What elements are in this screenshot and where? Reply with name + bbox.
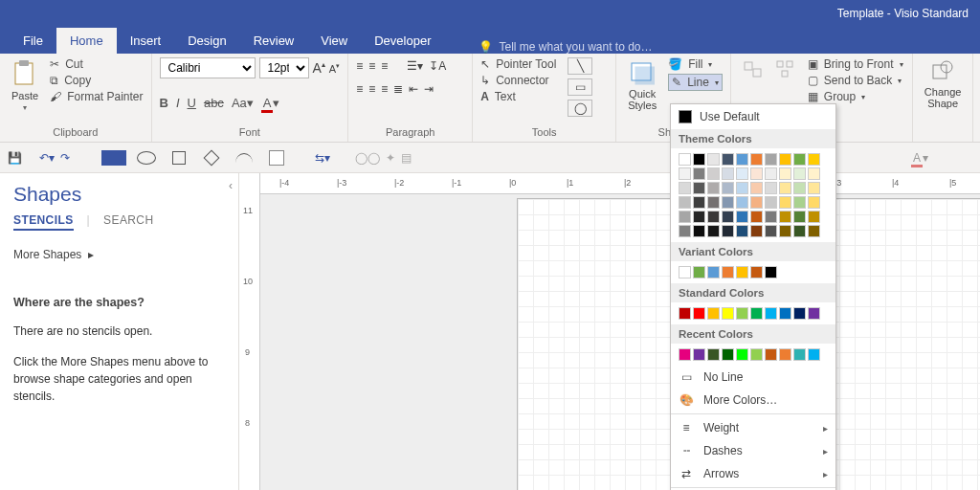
color-swatch[interactable] xyxy=(750,307,763,320)
text-direction-button[interactable]: ↧A xyxy=(429,59,446,73)
color-swatch[interactable] xyxy=(722,167,734,180)
color-swatch[interactable] xyxy=(793,182,806,194)
color-swatch[interactable] xyxy=(765,167,777,180)
redo-button[interactable]: ↷ xyxy=(60,151,70,165)
increase-indent-button[interactable]: ⇥ xyxy=(424,82,434,96)
color-swatch[interactable] xyxy=(779,167,791,180)
color-swatch[interactable] xyxy=(679,225,691,237)
color-swatch[interactable] xyxy=(679,196,691,209)
font-face-select[interactable]: Calibri xyxy=(160,57,256,78)
tab-home[interactable]: Home xyxy=(56,28,117,54)
align-left-button[interactable]: ≡ xyxy=(356,82,363,96)
color-swatch[interactable] xyxy=(779,196,791,209)
color-swatch[interactable] xyxy=(750,196,763,209)
qat-shape-rect-fill[interactable] xyxy=(100,149,127,167)
font-size-select[interactable]: 12pt. xyxy=(259,57,309,78)
undo-button[interactable]: ↶▾ xyxy=(39,151,55,165)
drawing-canvas[interactable]: 11 10 9 8 |-4 |-3 |-2 |-1 |0 |1 |2 |3 |4… xyxy=(239,173,980,490)
color-swatch[interactable] xyxy=(679,211,691,223)
color-swatch[interactable] xyxy=(750,211,763,223)
color-swatch[interactable] xyxy=(779,348,791,361)
send-to-back-button[interactable]: ▢Send to Back▾ xyxy=(808,74,903,87)
format-painter-button[interactable]: 🖌Format Painter xyxy=(50,90,143,103)
ellipse-tool-button[interactable]: ◯ xyxy=(568,100,592,117)
color-swatch[interactable] xyxy=(793,211,806,223)
qat-shape-diamond[interactable] xyxy=(198,149,225,167)
cut-button[interactable]: ✂Cut xyxy=(50,57,143,71)
color-swatch[interactable] xyxy=(707,153,720,166)
color-swatch[interactable] xyxy=(793,196,806,209)
qat-shape-white-sq[interactable] xyxy=(263,149,290,167)
color-swatch[interactable] xyxy=(808,225,820,237)
tab-file[interactable]: File xyxy=(10,28,56,54)
bullets-button[interactable]: ☰▾ xyxy=(407,59,423,73)
color-swatch[interactable] xyxy=(679,266,691,278)
color-swatch[interactable] xyxy=(793,167,806,180)
color-swatch[interactable] xyxy=(793,307,806,320)
tab-review[interactable]: Review xyxy=(240,28,308,54)
color-swatch[interactable] xyxy=(808,348,820,361)
color-swatch[interactable] xyxy=(736,211,748,223)
color-swatch[interactable] xyxy=(750,153,763,166)
text-tool-button[interactable]: AText xyxy=(480,90,556,103)
color-swatch[interactable] xyxy=(793,348,806,361)
color-swatch[interactable] xyxy=(679,307,691,320)
quick-styles-button[interactable]: Quick Styles xyxy=(624,57,660,124)
line-tool-button[interactable]: ╲ xyxy=(568,57,592,75)
fill-button[interactable]: 🪣Fill▾ xyxy=(668,57,723,71)
color-swatch[interactable] xyxy=(707,196,720,209)
align-top-button[interactable]: ≡ xyxy=(356,59,363,73)
use-default-item[interactable]: Use Default xyxy=(671,104,835,129)
paste-button[interactable]: Paste ▾ xyxy=(8,57,42,124)
color-swatch[interactable] xyxy=(693,307,705,320)
color-swatch[interactable] xyxy=(765,266,777,278)
qat-link-shapes[interactable]: ◯◯ xyxy=(355,151,380,165)
color-swatch[interactable] xyxy=(779,225,791,237)
color-swatch[interactable] xyxy=(736,266,748,278)
color-swatch[interactable] xyxy=(693,348,705,361)
color-swatch[interactable] xyxy=(736,182,748,194)
color-swatch[interactable] xyxy=(693,153,705,166)
pointer-tool-button[interactable]: ↖Pointer Tool xyxy=(480,57,556,71)
align-right-button[interactable]: ≡ xyxy=(381,82,388,96)
connector-button[interactable]: ↳Connector xyxy=(480,74,556,87)
color-swatch[interactable] xyxy=(808,307,820,320)
align-bottom-button[interactable]: ≡ xyxy=(381,59,388,73)
qat-shape-square[interactable] xyxy=(166,149,192,167)
tell-me[interactable]: 💡 Tell me what you want to do… xyxy=(444,40,652,54)
qat-effects[interactable]: ✦ xyxy=(386,151,395,165)
change-shape-button[interactable]: Change Shape xyxy=(921,57,966,142)
color-swatch[interactable] xyxy=(736,348,748,361)
qat-font-color[interactable]: A▾ xyxy=(911,151,928,165)
color-swatch[interactable] xyxy=(750,266,763,278)
color-swatch[interactable] xyxy=(679,167,691,180)
color-swatch[interactable] xyxy=(722,225,734,237)
color-swatch[interactable] xyxy=(707,211,720,223)
align-middle-button[interactable]: ≡ xyxy=(368,59,375,73)
stencils-tab[interactable]: STENCILS xyxy=(13,213,74,231)
color-swatch[interactable] xyxy=(765,211,777,223)
color-swatch[interactable] xyxy=(722,182,734,194)
italic-button[interactable]: I xyxy=(176,96,180,110)
tab-insert[interactable]: Insert xyxy=(117,28,175,54)
arrows-item[interactable]: ⇄Arrows▸ xyxy=(671,462,835,485)
color-swatch[interactable] xyxy=(722,307,734,320)
no-line-item[interactable]: ▭No Line xyxy=(671,366,835,389)
color-swatch[interactable] xyxy=(736,167,748,180)
color-swatch[interactable] xyxy=(750,182,763,194)
color-swatch[interactable] xyxy=(765,348,777,361)
group-button[interactable]: ▦Group▾ xyxy=(808,90,903,103)
rectangle-tool-button[interactable]: ▭ xyxy=(568,78,592,96)
decrease-indent-button[interactable]: ⇤ xyxy=(409,82,418,96)
color-swatch[interactable] xyxy=(779,153,791,166)
color-swatch[interactable] xyxy=(722,153,734,166)
color-swatch[interactable] xyxy=(722,211,734,223)
color-swatch[interactable] xyxy=(707,348,720,361)
color-swatch[interactable] xyxy=(693,167,705,180)
qat-shape-ellipse[interactable] xyxy=(133,149,160,167)
qat-shape-curve[interactable] xyxy=(231,149,257,167)
color-swatch[interactable] xyxy=(707,182,720,194)
color-swatch[interactable] xyxy=(750,167,763,180)
more-shapes-menu[interactable]: More Shapes ▸ xyxy=(13,248,225,261)
change-case-button[interactable]: Aa▾ xyxy=(232,96,254,110)
